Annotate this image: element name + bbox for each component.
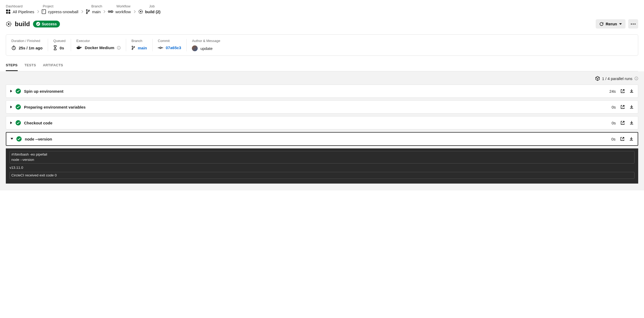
svg-point-7 — [86, 13, 87, 14]
caret-right-icon — [10, 106, 12, 108]
caret-down-icon — [619, 23, 622, 25]
clock-icon — [11, 45, 16, 50]
caret-down-icon — [11, 138, 13, 140]
external-link-icon[interactable] — [620, 137, 624, 141]
download-icon[interactable] — [629, 137, 633, 141]
check-circle-icon — [16, 88, 21, 94]
avatar — [192, 45, 198, 51]
cube-icon — [595, 76, 600, 81]
svg-point-16 — [631, 24, 632, 25]
step-row[interactable]: Preparing environment variables 0s — [6, 100, 638, 114]
external-link-icon[interactable] — [621, 121, 625, 125]
step-row[interactable]: Spin up environment 24s — [6, 85, 638, 98]
breadcrumb-workflow[interactable]: workflow — [108, 10, 131, 14]
step-time: 0s — [612, 121, 616, 125]
svg-rect-4 — [42, 10, 46, 14]
svg-rect-23 — [78, 46, 79, 47]
step-row[interactable]: Checkout code 0s — [6, 116, 638, 129]
svg-point-10 — [111, 11, 113, 12]
svg-rect-24 — [79, 46, 80, 47]
svg-point-12 — [140, 11, 141, 12]
step-time: 24s — [609, 89, 616, 93]
page-title: build — [15, 20, 30, 28]
dashboard-icon — [6, 9, 11, 14]
svg-point-29 — [160, 47, 161, 49]
executor-value: Docker Medium — [85, 45, 114, 50]
docker-icon — [76, 46, 82, 50]
svg-point-28 — [134, 46, 135, 48]
breadcrumb-job[interactable]: build (2) — [138, 9, 160, 14]
commit-message: update — [200, 46, 212, 51]
svg-point-26 — [132, 46, 133, 47]
branch-link[interactable]: main — [138, 46, 147, 50]
breadcrumb-project[interactable]: cypress-snowball — [42, 9, 78, 14]
svg-rect-1 — [8, 10, 10, 11]
parallel-runs: 1 / 4 parallel runs — [6, 76, 638, 81]
step-time: 0s — [612, 105, 616, 109]
rerun-button[interactable]: Rerun — [596, 19, 626, 29]
breadcrumb-all-pipelines[interactable]: All Pipelines — [6, 9, 34, 14]
check-circle-icon — [16, 136, 22, 142]
repo-icon — [42, 9, 46, 14]
breadcrumb: All Pipelines cypress-snowball main work… — [6, 9, 638, 14]
chevron-right-icon — [37, 10, 39, 13]
svg-point-18 — [634, 24, 636, 25]
download-icon[interactable] — [629, 121, 634, 125]
tab-tests[interactable]: TESTS — [25, 60, 36, 71]
info-icon[interactable] — [634, 77, 638, 80]
svg-point-17 — [633, 24, 634, 25]
svg-rect-2 — [6, 12, 8, 14]
summary-card: Duration / Finished 25s / 1m ago Queued … — [6, 34, 638, 56]
commit-icon — [158, 46, 163, 49]
caret-right-icon — [10, 121, 12, 124]
workflow-icon — [108, 10, 113, 13]
svg-point-5 — [43, 11, 44, 11]
step-time: 0s — [611, 137, 615, 141]
branch-icon — [131, 45, 135, 50]
job-icon — [6, 21, 12, 27]
check-circle-icon — [36, 22, 40, 26]
svg-point-14 — [8, 23, 10, 25]
svg-rect-0 — [6, 10, 8, 11]
caret-right-icon — [10, 90, 12, 92]
svg-point-9 — [108, 11, 110, 12]
external-link-icon[interactable] — [621, 105, 625, 109]
breadcrumb-branch[interactable]: main — [86, 9, 101, 14]
refresh-icon — [599, 22, 604, 26]
info-icon[interactable] — [117, 46, 121, 50]
svg-point-27 — [132, 49, 133, 50]
hourglass-icon — [53, 45, 57, 50]
duration-value: 25s / 1m ago — [19, 46, 42, 50]
chevron-right-icon — [81, 10, 83, 13]
external-link-icon[interactable] — [621, 89, 625, 93]
check-circle-icon — [16, 104, 21, 110]
queued-value: 0s — [60, 46, 64, 50]
commit-link[interactable]: 07a65c3 — [166, 45, 181, 50]
svg-rect-3 — [8, 12, 10, 14]
status-badge: Success — [33, 21, 60, 27]
branch-icon — [86, 9, 90, 14]
tabs: STEPS TESTS ARTIFACTS — [6, 60, 638, 71]
chevron-right-icon — [134, 10, 136, 13]
check-circle-icon — [16, 120, 21, 125]
breadcrumb-labels: Dashboard Project Branch Workflow Job — [6, 4, 638, 8]
tab-artifacts[interactable]: ARTIFACTS — [43, 60, 63, 71]
more-button[interactable] — [628, 19, 638, 29]
terminal-output: #!/bin/bash -eo pipefail node --version … — [6, 148, 638, 184]
step-row[interactable]: node --version 0s — [6, 132, 638, 146]
svg-point-6 — [86, 10, 87, 11]
job-icon — [138, 9, 143, 14]
download-icon[interactable] — [629, 89, 634, 93]
download-icon[interactable] — [629, 105, 634, 109]
chevron-right-icon — [103, 10, 105, 13]
tab-steps[interactable]: STEPS — [6, 60, 18, 71]
dots-icon — [631, 24, 636, 25]
svg-point-8 — [88, 10, 89, 11]
